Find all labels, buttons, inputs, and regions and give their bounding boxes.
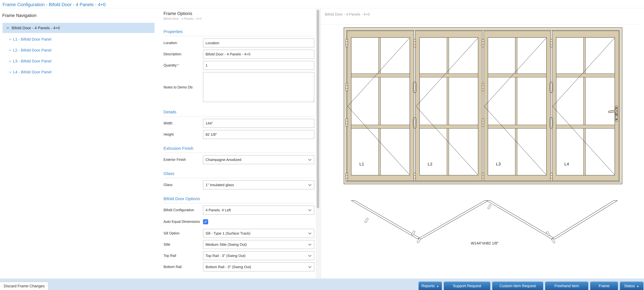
frame-options-panel: Frame Options Bifold Door - 4 Panels - 4… — [160, 8, 314, 272]
section-divider — [164, 116, 314, 116]
page-title: Frame Configuration - Bifold Door - 4 Pa… — [2, 2, 106, 7]
bottom-rail-select[interactable]: Bottom Rail - 3" (Swing Out) — [203, 262, 314, 272]
section-divider — [164, 178, 314, 178]
frame-navigation-panel: Frame Navigation Bifold Door - 4 Panels … — [0, 8, 157, 278]
frame-options-title: Frame Options — [164, 11, 314, 16]
bifold-plan-drawing: W144"xH82 1/8" — [350, 200, 619, 246]
discard-frame-changes-button[interactable]: Discard Frame Changes — [0, 282, 48, 290]
reports-button[interactable]: Reports▲ — [418, 282, 442, 290]
description-label: Description: — [164, 52, 203, 56]
chevron-down-icon[interactable] — [9, 60, 11, 62]
stile-select[interactable]: Medium Stile (Swing Out) — [203, 240, 314, 249]
location-input[interactable] — [203, 38, 314, 48]
section-heading-details: Details — [164, 110, 314, 114]
chevron-down-icon[interactable] — [6, 26, 9, 29]
preview-divider — [321, 24, 641, 24]
nav-item-frame-root[interactable]: Bifold Door - 4 Panels - 4+0 — [2, 23, 154, 33]
panel-label-l1: L1 — [360, 162, 364, 166]
notes-textarea[interactable] — [203, 72, 314, 102]
nav-item-panel-l2[interactable]: L2 - Bifold Door Panel — [9, 47, 154, 53]
glass-select[interactable]: 1" insulated glass — [203, 180, 314, 189]
exterior-finish-select[interactable]: Champagne Anodized — [203, 155, 314, 164]
section-divider — [164, 203, 314, 203]
section-divider — [164, 152, 314, 153]
footer-bar: Discard Frame Changes Reports▲ Support R… — [0, 278, 644, 290]
notes-row: Notes to Demo Db: — [164, 72, 314, 102]
options-scrollbar-track[interactable] — [316, 9, 320, 278]
required-asterisk: * — [178, 63, 179, 67]
nav-item-label: L2 - Bifold Door Panel — [13, 48, 52, 52]
chevron-down-icon[interactable] — [9, 70, 11, 73]
section-heading-properties: Properties — [164, 29, 314, 34]
frame-options-subtitle: Bifold Door - 4 Panels - 4+0 — [164, 17, 314, 20]
exterior-finish-label: Exterior Finish — [164, 158, 203, 162]
width-input[interactable] — [203, 119, 314, 128]
checkmark-icon: ✓ — [204, 220, 207, 224]
description-row: Description: — [164, 50, 314, 59]
location-row: Location: — [164, 38, 314, 48]
bifold-configuration-label: Bifold Configuration — [164, 208, 203, 212]
glass-row: Glass 1" insulated glass — [164, 180, 314, 189]
nav-item-label: L4 - Bifold Door Panel — [13, 70, 52, 74]
location-label: Location: — [164, 41, 203, 45]
section-divider — [164, 36, 314, 36]
height-input[interactable] — [203, 130, 314, 139]
nav-item-panel-l3[interactable]: L3 - Bifold Door Panel — [9, 58, 154, 64]
top-rail-select[interactable]: Top Rail - 3" (Swing Out) — [203, 251, 314, 260]
sill-option-label: Sill Option — [164, 231, 203, 236]
stile-label: Stile — [164, 242, 203, 246]
caret-up-icon: ▲ — [436, 285, 439, 287]
frame-navigation-title: Frame Navigation — [2, 13, 36, 18]
section-heading-extrusion-finish: Extrusion Finish — [164, 146, 314, 151]
quantity-row: Quantity:* — [164, 61, 314, 70]
stile-row: Stile Medium Stile (Swing Out) — [164, 240, 314, 249]
preview-title: Bifold Door - 4 Panels - 4+0 — [325, 12, 370, 16]
bottom-rail-label: Bottom Rail — [164, 265, 203, 269]
exterior-finish-row: Exterior Finish Champagne Anodized — [164, 155, 314, 164]
custom-item-request-button[interactable]: Custom Item Request — [492, 282, 543, 290]
sill-option-select[interactable]: Sill - Type 1 (Surface Track) — [203, 229, 314, 238]
bifold-configuration-row: Bifold Configuration 4 Panels: 4 Left — [164, 206, 314, 214]
support-request-button[interactable]: Support Request — [444, 282, 490, 290]
description-input[interactable] — [203, 50, 314, 59]
options-scrollbar-thumb[interactable] — [317, 10, 319, 208]
height-label: Height — [164, 132, 203, 136]
footer-buttons: Reports▲ Support Request Custom Item Req… — [418, 282, 644, 290]
nav-item-label: L3 - Bifold Door Panel — [13, 59, 52, 64]
notes-label: Notes to Demo Db: — [164, 85, 203, 90]
quantity-label: Quantity:* — [164, 63, 203, 68]
height-row: Height — [164, 130, 314, 139]
section-heading-bifold-options: Bifold Door Options — [164, 196, 314, 201]
chevron-down-icon[interactable] — [9, 49, 11, 51]
nav-item-panel-l4[interactable]: L4 - Bifold Door Panel — [9, 69, 154, 75]
section-heading-glass: Glass — [164, 171, 314, 176]
caret-up-icon: ▲ — [636, 285, 639, 287]
nav-item-panel-l1[interactable]: L1 - Bifold Door Panel — [9, 36, 154, 42]
quantity-input[interactable] — [203, 61, 314, 70]
chevron-down-icon[interactable] — [9, 38, 11, 40]
panel-label-l2: L2 — [428, 162, 432, 166]
freehand-item-button[interactable]: Freehand Item — [545, 282, 588, 290]
dimension-label: W144"xH82 1/8" — [471, 241, 498, 245]
glass-label: Glass — [164, 183, 203, 187]
panel-label-l3: L3 — [496, 162, 501, 166]
bottom-rail-row: Bottom Rail Bottom Rail - 3" (Swing Out) — [164, 262, 314, 272]
top-rail-label: Top Rail — [164, 254, 203, 258]
nav-item-label: Bifold Door - 4 Panels - 4+0 — [12, 26, 60, 30]
width-row: Width — [164, 119, 314, 128]
sill-option-row: Sill Option Sill - Type 1 (Surface Track… — [164, 229, 314, 238]
bifold-elevation-drawing: L1 L2 L3 L4 — [344, 28, 622, 184]
auto-equal-dimensions-row: Auto Equal Dimensions ✓ — [164, 217, 314, 226]
status-button[interactable]: Status▲ — [620, 282, 644, 290]
auto-equal-dimensions-checkbox[interactable]: ✓ — [203, 219, 208, 224]
bifold-configuration-select[interactable]: 4 Panels: 4 Left — [203, 206, 314, 214]
frame-button[interactable]: Frame — [590, 282, 618, 290]
width-label: Width — [164, 121, 203, 126]
nav-item-label: L1 - Bifold Door Panel — [13, 37, 52, 42]
panel-label-l4: L4 — [564, 162, 569, 166]
frame-preview-panel: Bifold Door - 4 Panels - 4+0 — [321, 8, 644, 278]
auto-equal-dimensions-label: Auto Equal Dimensions — [164, 220, 203, 224]
top-rail-row: Top Rail Top Rail - 3" (Swing Out) — [164, 251, 314, 260]
